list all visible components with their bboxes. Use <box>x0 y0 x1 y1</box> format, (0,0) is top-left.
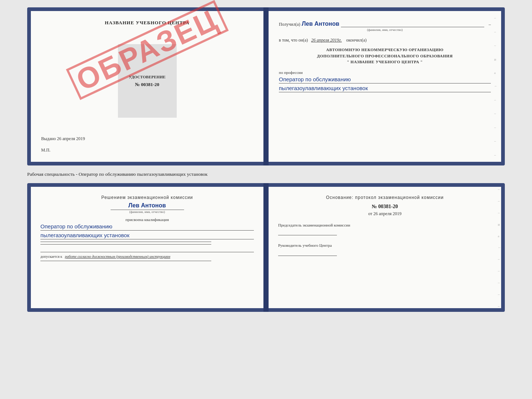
mp-line: М.П. <box>41 147 253 153</box>
vydano-date: 26 апреля 2019 <box>57 136 85 141</box>
right-dashes: –––иа←––––– <box>494 11 497 162</box>
top-left-page: НАЗВАНИЕ УЧЕБНОГО ЦЕНТРА ОБРАЗЕЦ УДОСТОВ… <box>31 11 263 162</box>
vydano-label: Выдано <box>41 136 56 141</box>
protocol-date: от 26 апреля 2019 <box>278 211 492 217</box>
profession-line1: Оператор по обслуживанию <box>279 76 491 83</box>
profession-label: по профессии <box>279 70 491 75</box>
v-tom-label: в том, что он(а) <box>279 38 308 43</box>
predsedatel-block: Председатель экзаменационной комиссии <box>278 222 492 235</box>
udostoverenie-number: № 00381-20 <box>135 82 159 88</box>
udostoverenie-title: УДОСТОВЕРЕНИЕ <box>129 74 165 79</box>
protocol-number: № 00381-20 <box>278 204 492 210</box>
recipient-line: Получил(а) Лев Антонов – <box>279 20 491 27</box>
top-left-header: НАЗВАНИЕ УЧЕБНОГО ЦЕНТРА <box>41 20 253 26</box>
stamp-area: ОБРАЗЕЦ УДОСТОВЕРЕНИЕ № 00381-20 <box>41 37 253 125</box>
top-certificate-book: НАЗВАНИЕ УЧЕБНОГО ЦЕНТРА ОБРАЗЕЦ УДОСТОВ… <box>27 7 505 165</box>
date-line: в том, что он(а) 26 апреля 2019г. окончи… <box>279 38 491 43</box>
date-value: 26 апреля 2019г. <box>311 38 342 43</box>
middle-label: Рабочая специальность - Оператор по обсл… <box>27 170 505 179</box>
org-line1: АВТОНОМНУЮ НЕКОММЕРЧЕСКУЮ ОРГАНИЗАЦИЮ <box>279 47 491 53</box>
bottom-right-dashes: –––иа←––––– <box>498 183 501 312</box>
recipient-underline <box>341 20 484 27</box>
rukovoditel-label: Руководитель учебного Центра <box>278 243 492 248</box>
dopuskaetsya-block: допускается к работе согласно должностны… <box>40 252 254 259</box>
dopuskaetsya-text: работе согласно должностным (производств… <box>65 254 170 259</box>
decision-header: Решением экзаменационной комиссии <box>40 195 254 200</box>
rukovoditel-block: Руководитель учебного Центра <box>278 243 492 256</box>
org-line3: " НАЗВАНИЕ УЧЕБНОГО ЦЕНТРА " <box>279 59 491 65</box>
recipient-block: Получил(а) Лев Антонов – (фамилия, имя, … <box>279 20 491 32</box>
dash-1: – <box>489 22 491 27</box>
decision-name: Лев Антонов <box>40 202 254 209</box>
vydano-line: Выдано 26 апреля 2019 <box>41 136 253 142</box>
protocol-date-value: 26 апреля 2019 <box>373 211 401 216</box>
recipient-name: Лев Антонов <box>302 21 339 27</box>
predsedatel-sig-line <box>278 230 337 235</box>
decision-hint: (фамилия, имя, отчество) <box>111 210 184 214</box>
fio-hint: (фамилия, имя, отчество) <box>279 28 491 32</box>
okonchil-label: окончил(а) <box>346 38 366 43</box>
bottom-left-page: Решением экзаменационной комиссии Лев Ан… <box>31 187 263 308</box>
qualification-line2: пылегазоулавливающих установок <box>40 232 254 239</box>
top-right-page: Получил(а) Лев Антонов – (фамилия, имя, … <box>269 11 501 162</box>
assigned-label: присвоена квалификация <box>40 217 254 222</box>
org-block: АВТОНОМНУЮ НЕКОММЕРЧЕСКУЮ ОРГАНИЗАЦИЮ ДО… <box>279 47 491 65</box>
qualification-line1: Оператор по обслуживанию <box>40 223 254 231</box>
bottom-right-page: Основание: протокол экзаменационной коми… <box>269 187 501 308</box>
udostoverenie-block: УДОСТОВЕРЕНИЕ № 00381-20 <box>118 44 177 118</box>
predsedatel-label: Председатель экзаменационной комиссии <box>278 222 492 228</box>
rukovoditel-sig-line <box>278 251 337 256</box>
poluchil-label: Получил(а) <box>279 22 300 27</box>
osnование-header: Основание: протокол экзаменационной коми… <box>278 195 492 200</box>
dopuskaetsya-prefix: допускается к <box>40 254 62 259</box>
bottom-certificate-book: Решением экзаменационной комиссии Лев Ан… <box>27 183 505 312</box>
protocol-date-prefix: от <box>368 211 372 216</box>
profession-line2: пылегазоулавливающих установок <box>279 85 491 92</box>
org-line2: ДОПОЛНИТЕЛЬНОГО ПРОФЕССИОНАЛЬНОГО ОБРАЗО… <box>279 53 491 59</box>
